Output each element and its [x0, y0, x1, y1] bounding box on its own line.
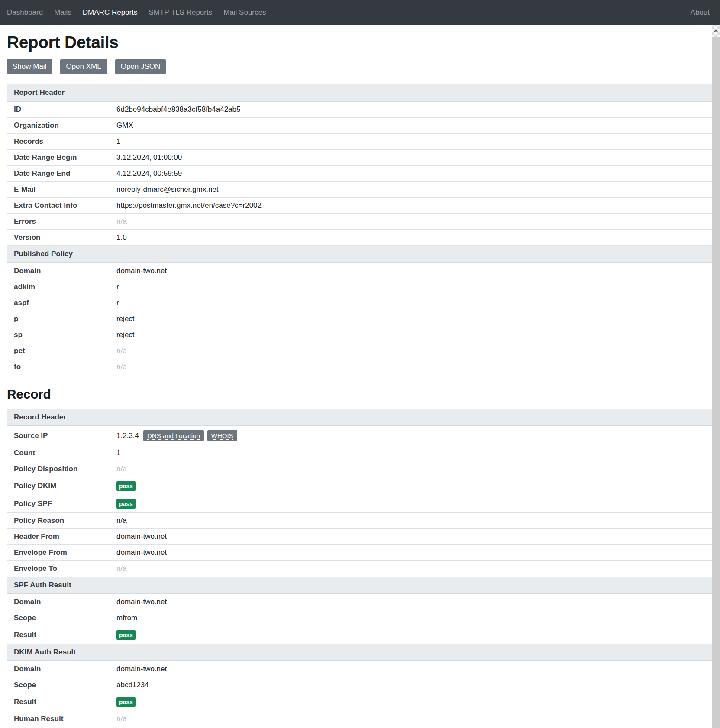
row-value-p: reject — [110, 311, 712, 327]
table-row-pct: pct n/a — [7, 343, 712, 359]
row-value-policy-dkim: pass — [110, 477, 712, 495]
row-label-p: p — [7, 311, 110, 327]
row-value-policy-disposition: n/a — [110, 461, 712, 477]
row-label-dkim-domain: Domain — [7, 661, 110, 677]
row-value-version: 1.0 — [110, 229, 712, 245]
record-heading: Record — [7, 387, 712, 402]
table-row-policy-spf: Policy SPF pass — [7, 495, 712, 513]
source-ip-value: 1.2.3.4 — [116, 432, 139, 440]
pct-term[interactable]: pct — [14, 347, 25, 355]
row-value-dkim-result: pass — [110, 693, 712, 711]
table-row-dkim-domain: Domain domain-two.net — [7, 661, 712, 677]
table-row-version: Version 1.0 — [7, 229, 712, 245]
row-value-count: 1 — [110, 445, 712, 461]
table-row-aspf: aspf r — [7, 295, 712, 311]
table-row-policy-domain: Domain domain-two.net — [7, 263, 712, 279]
row-label-dkim-scope: Scope — [7, 677, 110, 693]
table-row-email: E-Mail noreply-dmarc@sicher.gmx.net — [7, 181, 712, 197]
fo-term[interactable]: fo — [14, 363, 21, 371]
table-row-extra-contact-info: Extra Contact Info https://postmaster.gm… — [7, 197, 712, 213]
table-row-source-ip: Source IP 1.2.3.4DNS and LocationWHOIS — [7, 426, 712, 445]
row-label-email: E-Mail — [7, 181, 110, 197]
nav-item-dashboard[interactable]: Dashboard — [7, 0, 43, 25]
section-title-dkim-auth: DKIM Auth Result — [7, 644, 712, 661]
row-label-dkim-result: Result — [7, 693, 110, 711]
row-label-version: Version — [7, 229, 110, 245]
row-value-sp: reject — [110, 327, 712, 343]
row-value-envelope-from: domain-two.net — [110, 545, 712, 561]
main-content: Report Details Show Mail Open XML Open J… — [0, 25, 720, 727]
show-mail-button[interactable]: Show Mail — [7, 59, 52, 74]
chevron-up-icon — [714, 30, 718, 34]
vertical-scrollbar[interactable] — [712, 25, 720, 728]
whois-button[interactable]: WHOIS — [207, 430, 237, 442]
row-value-spf-scope: mfrom — [110, 610, 712, 626]
section-title-report-header: Report Header — [7, 84, 712, 101]
row-value-policy-spf: pass — [110, 495, 712, 513]
row-value-source-ip: 1.2.3.4DNS and LocationWHOIS — [110, 426, 712, 445]
section-row-report-header: Report Header — [7, 84, 712, 101]
report-table: Report Header ID 6d2be94cbabf4e838a3cf58… — [7, 84, 712, 375]
table-row-adkim: adkim r — [7, 279, 712, 295]
row-value-dkim-domain: domain-two.net — [110, 661, 712, 677]
open-json-button[interactable]: Open JSON — [115, 59, 166, 74]
section-row-record-header: Record Header — [7, 409, 712, 426]
scrollbar-thumb[interactable] — [712, 37, 720, 728]
nav-item-about[interactable]: About — [691, 0, 710, 25]
row-value-spf-domain: domain-two.net — [110, 594, 712, 610]
section-title-published-policy: Published Policy — [7, 245, 712, 263]
table-row-spf-result: Result pass — [7, 626, 712, 644]
row-label-count: Count — [7, 445, 110, 461]
row-value-human-result: n/a — [110, 711, 712, 727]
action-buttons: Show Mail Open XML Open JSON — [7, 59, 712, 74]
section-row-published-policy: Published Policy — [7, 245, 712, 263]
table-row-date-range-begin: Date Range Begin 3.12.2024, 01:00:00 — [7, 149, 712, 165]
navbar-right: About — [691, 0, 710, 25]
row-value-adkim: r — [110, 279, 712, 295]
navbar-links: Dashboard Mails DMARC Reports SMTP TLS R… — [7, 0, 266, 25]
row-label-policy-reason: Policy Reason — [7, 513, 110, 529]
table-row-date-range-end: Date Range End 4.12.2024, 00:59:59 — [7, 165, 712, 181]
policy-spf-pass-badge: pass — [116, 499, 136, 509]
table-row-policy-disposition: Policy Disposition n/a — [7, 461, 712, 477]
table-row-records: Records 1 — [7, 133, 712, 149]
row-label-aspf: aspf — [7, 295, 110, 311]
row-value-records: 1 — [110, 133, 712, 149]
nav-item-mails[interactable]: Mails — [54, 0, 71, 25]
table-row-organization: Organization GMX — [7, 117, 712, 133]
aspf-term[interactable]: aspf — [14, 299, 29, 307]
row-value-header-from: domain-two.net — [110, 529, 712, 545]
row-label-spf-domain: Domain — [7, 594, 110, 610]
section-title-record-header: Record Header — [7, 409, 712, 426]
scrollbar-up-button[interactable] — [712, 25, 720, 37]
section-row-dkim-auth: DKIM Auth Result — [7, 644, 712, 661]
row-value-policy-reason: n/a — [110, 513, 712, 529]
table-row-envelope-from: Envelope From domain-two.net — [7, 545, 712, 561]
page-title: Report Details — [7, 33, 712, 52]
dns-and-location-button[interactable]: DNS and Location — [143, 430, 204, 442]
table-row-errors: Errors n/a — [7, 213, 712, 229]
nav-item-dmarc-reports[interactable]: DMARC Reports — [83, 0, 138, 25]
row-label-fo: fo — [7, 359, 110, 375]
row-label-id: ID — [7, 101, 110, 118]
nav-item-smtp-tls-reports[interactable]: SMTP TLS Reports — [149, 0, 212, 25]
row-label-header-from: Header From — [7, 529, 110, 545]
row-value-aspf: r — [110, 295, 712, 311]
nav-item-mail-sources[interactable]: Mail Sources — [223, 0, 266, 25]
section-row-spf-auth: SPF Auth Result — [7, 577, 712, 594]
row-value-errors: n/a — [110, 213, 712, 229]
table-row-dkim-scope: Scope abcd1234 — [7, 677, 712, 693]
p-term[interactable]: p — [14, 315, 18, 323]
sp-term[interactable]: sp — [14, 331, 23, 339]
row-value-email: noreply-dmarc@sicher.gmx.net — [110, 181, 712, 197]
row-label-policy-disposition: Policy Disposition — [7, 461, 110, 477]
table-row-spf-scope: Scope mfrom — [7, 610, 712, 626]
open-xml-button[interactable]: Open XML — [60, 59, 107, 74]
row-label-human-result: Human Result — [7, 711, 110, 727]
row-value-extra-contact-info: https://postmaster.gmx.net/en/case?c=r20… — [110, 197, 712, 213]
row-label-records: Records — [7, 133, 110, 149]
adkim-term[interactable]: adkim — [14, 283, 35, 291]
table-row-policy-dkim: Policy DKIM pass — [7, 477, 712, 495]
whois-label: WHOIS — [211, 432, 233, 439]
table-row-policy-reason: Policy Reason n/a — [7, 513, 712, 529]
